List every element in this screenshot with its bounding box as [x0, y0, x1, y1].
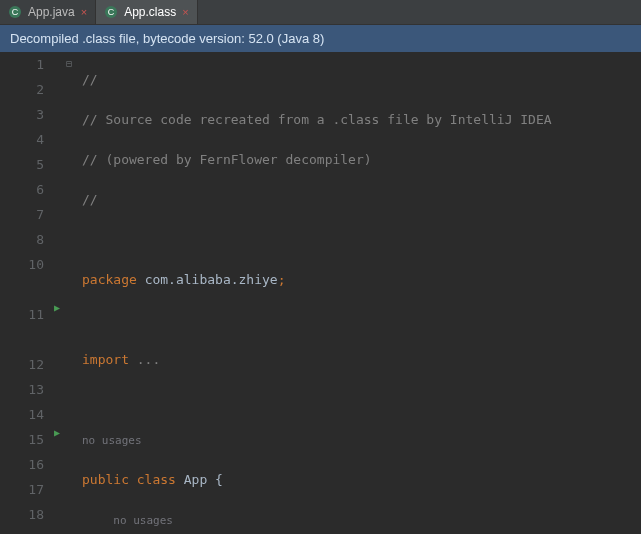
line-number: 13 [0, 377, 44, 402]
line-number: 5 [0, 152, 44, 177]
line-number: 2 [0, 77, 44, 102]
line-number: 6 [0, 177, 44, 202]
keyword: import [82, 352, 137, 367]
keyword: public class [82, 472, 184, 487]
line-number: 14 [0, 402, 44, 427]
tab-label: App.java [28, 5, 75, 19]
line-number: 19 [0, 527, 44, 534]
java-class-icon: C [104, 5, 118, 19]
line-number: 11 [0, 302, 44, 327]
comment: // [82, 192, 98, 207]
usage-hint: no usages [113, 514, 173, 527]
close-icon[interactable]: × [182, 7, 188, 18]
usage-hint: no usages [82, 434, 142, 447]
comment: // [82, 72, 98, 87]
tab-bar: C App.java × C App.class × [0, 0, 641, 25]
run-icon[interactable]: ▶ [54, 302, 60, 313]
comment: // (powered by FernFlower decompiler) [82, 152, 372, 167]
svg-text:C: C [12, 7, 19, 17]
line-number: 3 [0, 102, 44, 127]
line-number: 16 [0, 452, 44, 477]
tab-app-java[interactable]: C App.java × [0, 0, 96, 24]
folded-imports[interactable]: ... [137, 352, 160, 367]
line-number: 15 [0, 427, 44, 452]
line-number: 7 [0, 202, 44, 227]
line-number: 17 [0, 477, 44, 502]
svg-text:C: C [108, 7, 115, 17]
line-number [0, 327, 44, 352]
comment: // Source code recreated from a .class f… [82, 112, 552, 127]
run-icon[interactable]: ▶ [54, 427, 60, 438]
class-name: App [184, 472, 207, 487]
line-number: 4 [0, 127, 44, 152]
line-number: 10 [0, 252, 44, 277]
line-number: 1 [0, 52, 44, 77]
keyword: package [82, 272, 145, 287]
package-name: com.alibaba.zhiye [145, 272, 278, 287]
line-number [0, 277, 44, 302]
tab-label: App.class [124, 5, 176, 19]
decompiled-banner: Decompiled .class file, bytecode version… [0, 25, 641, 52]
line-number-gutter: 1 2 3 4 5 6 7 8 10 11 12 13 14 15 16 17 … [0, 52, 52, 531]
editor: 1 2 3 4 5 6 7 8 10 11 12 13 14 15 16 17 … [0, 52, 641, 531]
line-number: 12 [0, 352, 44, 377]
fold-icon[interactable]: ⊟ [66, 58, 72, 69]
tab-app-class[interactable]: C App.class × [96, 0, 197, 24]
java-class-icon: C [8, 5, 22, 19]
line-number: 8 [0, 227, 44, 252]
close-icon[interactable]: × [81, 7, 87, 18]
fold-gutter: ⊟ [66, 52, 80, 531]
code-area[interactable]: // // Source code recreated from a .clas… [80, 52, 641, 531]
run-gutter: ▶ ▶ [52, 52, 66, 531]
line-number: 18 [0, 502, 44, 527]
